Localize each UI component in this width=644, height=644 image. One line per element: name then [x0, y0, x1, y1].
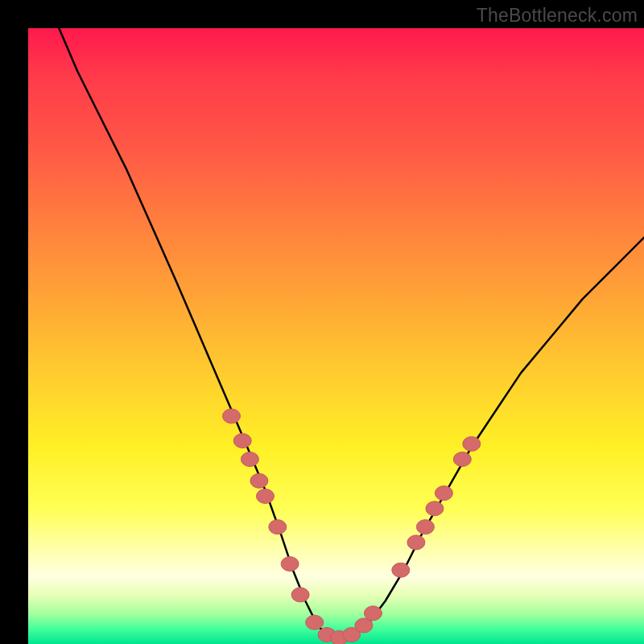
- curve-marker: [306, 615, 324, 630]
- bottleneck-curve: [59, 28, 644, 638]
- curve-marker: [392, 563, 410, 577]
- curve-layer: [28, 28, 644, 644]
- curve-marker: [257, 489, 275, 503]
- curve-marker: [223, 409, 241, 423]
- curve-marker: [250, 473, 268, 488]
- curve-marker: [435, 486, 452, 501]
- curve-marker: [281, 557, 299, 572]
- curve-marker: [416, 520, 434, 535]
- curve-marker: [407, 535, 425, 550]
- curve-marker: [269, 520, 287, 535]
- curve-marker: [364, 606, 382, 621]
- plot-area: [28, 28, 644, 644]
- curve-marker: [233, 434, 251, 448]
- curve-marker: [355, 618, 373, 633]
- curve-marker: [330, 630, 348, 644]
- curve-marker: [453, 452, 471, 467]
- curve-marker: [291, 588, 309, 602]
- curve-marker: [426, 502, 444, 516]
- curve-marker: [463, 436, 481, 451]
- curve-marker: [241, 452, 258, 467]
- watermark-text: TheBottleneck.com: [477, 5, 638, 27]
- curve-marker: [318, 628, 336, 642]
- chart-frame: TheBottleneck.com: [0, 0, 644, 644]
- curve-marker: [343, 628, 361, 642]
